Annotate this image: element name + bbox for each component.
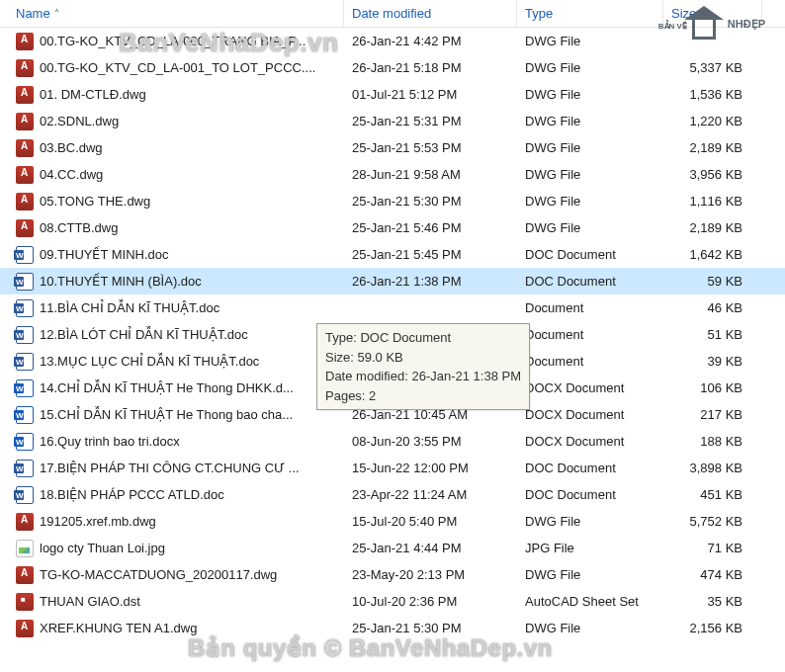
column-header-name[interactable]: Name ˄ (0, 0, 344, 27)
file-name: 13.MỤC LỤC CHỈ DẪN KĨ THUẬT.doc (40, 354, 259, 369)
column-header-size[interactable]: Size (663, 0, 762, 27)
file-row[interactable]: 08.CTTB.dwg25-Jan-21 5:46 PMDWG File2,18… (0, 214, 785, 241)
file-row[interactable]: 10.THUYẾT MINH (BÌA).doc26-Jan-21 1:38 P… (0, 268, 785, 294)
file-size: 39 KB (663, 354, 762, 369)
file-type: AutoCAD Sheet Set (517, 594, 663, 609)
file-date: 01-Jul-21 5:12 PM (344, 87, 517, 102)
file-date: 10-Jul-20 2:36 PM (344, 594, 517, 609)
tooltip-size: Size: 59.0 KB (325, 348, 521, 368)
file-size: 106 KB (663, 380, 762, 395)
tooltip-date: Date modified: 26-Jan-21 1:38 PM (325, 367, 521, 386)
jpg-file-icon (16, 540, 34, 557)
file-row[interactable]: 03.BC.dwg25-Jan-21 5:53 PMDWG File2,189 … (0, 134, 785, 161)
file-row[interactable]: 09.THUYẾT MINH.doc25-Jan-21 5:45 PMDOC D… (0, 241, 785, 268)
file-name: 05.TONG THE.dwg (40, 194, 150, 209)
doc-file-icon (16, 246, 34, 264)
file-type: DWG File (517, 621, 663, 635)
file-row[interactable]: 01. DM-CTLĐ.dwg01-Jul-21 5:12 PMDWG File… (0, 81, 785, 108)
file-row[interactable]: 11.BÌA CHỈ DẪN KĨ THUẬT.docDocument46 KB (0, 294, 785, 321)
dwg-file-icon (16, 59, 34, 77)
dwg-file-icon (16, 620, 34, 637)
file-size: 46 KB (663, 300, 762, 315)
file-row[interactable]: THUAN GIAO.dst10-Jul-20 2:36 PMAutoCAD S… (0, 588, 785, 615)
file-type: DWG File (517, 114, 663, 128)
dst-file-icon (16, 593, 34, 611)
file-size: 2,189 KB (663, 140, 762, 155)
file-size: 217 KB (663, 407, 762, 422)
file-size: 474 KB (663, 567, 762, 582)
file-type: DWG File (517, 220, 663, 235)
column-header-type[interactable]: Type (517, 0, 663, 27)
file-row[interactable]: 191205.xref.mb.dwg15-Jul-20 5:40 PMDWG F… (0, 508, 785, 535)
file-type: JPG File (517, 541, 663, 555)
file-date: 15-Jun-22 12:00 PM (344, 461, 517, 475)
header-label: Name (16, 6, 50, 21)
file-type: Document (517, 354, 663, 369)
file-row[interactable]: 18.BIỆN PHÁP PCCC ATLD.doc23-Apr-22 11:2… (0, 481, 785, 508)
file-type: DWG File (517, 167, 663, 182)
file-type: DWG File (517, 514, 663, 529)
doc-file-icon (16, 273, 34, 291)
file-row[interactable]: 05.TONG THE.dwg25-Jan-21 5:30 PMDWG File… (0, 188, 785, 214)
file-type: DWG File (517, 87, 663, 102)
file-type: DOC Document (517, 274, 663, 289)
file-row[interactable]: 00.TG-KO_KTV_CD_LA-000_TRANG BIA_P...26-… (0, 28, 785, 54)
file-date: 23-Apr-22 11:24 AM (344, 487, 517, 502)
file-size: 5,752 KB (663, 514, 762, 529)
file-date: 28-Jun-21 9:58 AM (344, 167, 517, 182)
sort-chevron-icon: ˄ (54, 8, 59, 19)
dwg-file-icon (16, 513, 34, 531)
file-date: 26-Jan-21 1:38 PM (344, 274, 517, 289)
file-type: DWG File (517, 140, 663, 155)
file-name: 12.BÌA LÓT CHỈ DẪN KĨ THUẬT.doc (40, 327, 248, 342)
column-header-date[interactable]: Date modified (344, 0, 517, 27)
file-row[interactable]: XREF.KHUNG TEN A1.dwg25-Jan-21 5:30 PMDW… (0, 615, 785, 641)
file-row[interactable]: 17.BIỆN PHÁP THI CÔNG CT.CHUNG CƯ ...15-… (0, 455, 785, 481)
file-name: XREF.KHUNG TEN A1.dwg (40, 621, 197, 635)
file-type: DWG File (517, 567, 663, 582)
file-name: 18.BIỆN PHÁP PCCC ATLD.doc (40, 487, 224, 502)
file-name: TG-KO-MACCATDUONG_20200117.dwg (40, 567, 277, 582)
file-row[interactable]: 16.Quy trinh bao tri.docx08-Jun-20 3:55 … (0, 428, 785, 455)
docx-file-icon (16, 406, 34, 424)
file-row[interactable]: 02.SDNL.dwg25-Jan-21 5:31 PMDWG File1,22… (0, 108, 785, 134)
file-name: 03.BC.dwg (40, 140, 103, 155)
file-row[interactable]: logo cty Thuan Loi.jpg25-Jan-21 4:44 PMJ… (0, 535, 785, 561)
doc-file-icon (16, 486, 34, 504)
file-date: 25-Jan-21 5:53 PM (344, 140, 517, 155)
dwg-file-icon (16, 193, 34, 210)
file-name: 14.CHỈ DẪN KĨ THUẬT He Thong DHKK.d... (40, 380, 294, 395)
doc-file-icon (16, 326, 34, 344)
file-type: DWG File (517, 60, 663, 75)
file-type: DWG File (517, 194, 663, 209)
file-size: 1,116 KB (663, 194, 762, 209)
file-row[interactable]: 00.TG-KO_KTV_CD_LA-001_TO LOT_PCCC....26… (0, 54, 785, 81)
docx-file-icon (16, 433, 34, 451)
file-size: 3,956 KB (663, 167, 762, 182)
file-type: DOCX Document (517, 434, 663, 449)
file-date: 25-Jan-21 4:44 PM (344, 541, 517, 555)
file-name: 191205.xref.mb.dwg (40, 514, 156, 529)
doc-file-icon (16, 299, 34, 317)
doc-file-icon (16, 460, 34, 477)
file-size: 3,898 KB (663, 461, 762, 475)
dwg-file-icon (16, 139, 34, 157)
file-type: DOC Document (517, 487, 663, 502)
dwg-file-icon (16, 566, 34, 584)
file-date: 25-Jan-21 5:31 PM (344, 114, 517, 128)
dwg-file-icon (16, 113, 34, 130)
file-date: 25-Jan-21 5:30 PM (344, 621, 517, 635)
file-type: DOC Document (517, 461, 663, 475)
dwg-file-icon (16, 219, 34, 237)
file-row[interactable]: 04.CC.dwg28-Jun-21 9:58 AMDWG File3,956 … (0, 161, 785, 188)
file-name: 02.SDNL.dwg (40, 114, 119, 128)
dwg-file-icon (16, 33, 34, 50)
file-date: 25-Jan-21 5:45 PM (344, 247, 517, 262)
dwg-file-icon (16, 166, 34, 184)
file-name: 09.THUYẾT MINH.doc (40, 247, 169, 262)
file-name: logo cty Thuan Loi.jpg (40, 541, 165, 555)
file-size: 1,642 KB (663, 247, 762, 262)
file-name: 17.BIỆN PHÁP THI CÔNG CT.CHUNG CƯ ... (40, 461, 300, 475)
file-name: 15.CHỈ DẪN KĨ THUẬT He Thong bao cha... (40, 407, 293, 422)
file-row[interactable]: TG-KO-MACCATDUONG_20200117.dwg23-May-20 … (0, 561, 785, 588)
